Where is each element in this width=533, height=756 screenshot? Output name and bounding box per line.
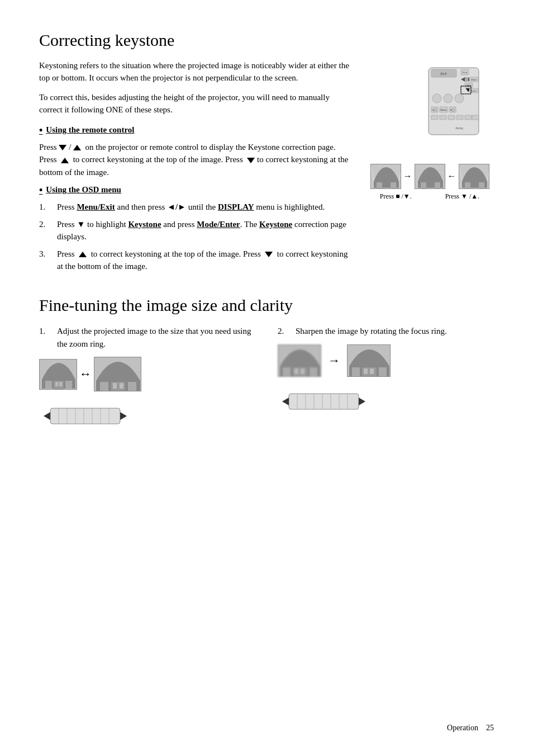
fine-tuning-title: Fine-tuning the image size and clarity: [39, 293, 494, 318]
fine-tuning-columns: 1. Adjust the projected image to the siz…: [39, 325, 494, 436]
svg-rect-84: [364, 368, 368, 374]
svg-rect-74: [283, 367, 291, 376]
svg-text:Sourc: Sourc: [471, 89, 477, 92]
remote-control-diagram: DLP Exit Mode Enter: [378, 65, 482, 157]
keystone-img-1: [370, 164, 401, 189]
svg-point-17: [455, 94, 464, 103]
svg-rect-29: [472, 115, 479, 120]
footer-page-number: 25: [486, 724, 494, 732]
step-text-2: Press ▼ to highlight Keystone and press …: [57, 218, 354, 243]
keystone-press-images: → ←: [370, 164, 489, 201]
arrow-right-between: →: [403, 169, 412, 182]
fine-tuning-item-1: 1. Adjust the projected image to the siz…: [39, 325, 255, 436]
bullet-dot-1: •: [39, 123, 42, 138]
svg-rect-40: [421, 182, 426, 189]
svg-rect-27: [456, 115, 463, 120]
svg-rect-41: [435, 182, 440, 189]
press-label-1: Press ■ /▼.: [380, 192, 412, 201]
svg-rect-26: [448, 115, 455, 120]
zoom-ring-svg: [39, 400, 131, 432]
arrow-lr-zoom: ↔: [79, 365, 92, 383]
svg-rect-82: [379, 367, 387, 376]
correcting-keystone-title: Correcting keystone: [39, 28, 494, 53]
keystone-img-3: [459, 164, 489, 189]
svg-rect-85: [370, 368, 374, 374]
triangle-up-icon-1: [73, 145, 81, 150]
svg-rect-45: [479, 182, 484, 189]
blurry-img: [278, 344, 321, 377]
svg-rect-77: [294, 368, 298, 374]
svg-rect-75: [310, 367, 317, 376]
svg-rect-78: [301, 368, 304, 374]
svg-rect-81: [352, 367, 360, 376]
svg-point-15: [432, 94, 441, 103]
svg-rect-35: [391, 182, 396, 189]
bullet-osd-heading: • Using the OSD menu: [39, 183, 354, 197]
item-text-2: Sharpen the image by rotating the focus …: [296, 325, 494, 338]
bullet-dot-2: •: [39, 183, 42, 197]
svg-marker-71: [120, 412, 127, 420]
svg-text:Exit: Exit: [462, 71, 467, 74]
svg-rect-61: [120, 383, 123, 389]
svg-rect-54: [59, 382, 62, 386]
step-text-3: Press to correct keystoning at the top o…: [57, 248, 354, 273]
svg-rect-86: [289, 394, 359, 409]
zoom-img-large: [94, 357, 141, 391]
press-item-1: → ←: [370, 164, 489, 201]
triangle-down-icon-1: [59, 145, 66, 150]
intro-paragraph-2: To correct this, besides adjusting the h…: [39, 91, 354, 116]
svg-rect-60: [113, 383, 117, 389]
svg-marker-94: [282, 398, 289, 405]
svg-rect-57: [100, 382, 108, 391]
svg-text:DLP: DLP: [440, 72, 447, 75]
sharp-img: [347, 344, 391, 377]
step-num-3: 3.: [39, 248, 51, 273]
step-text-1: Press Menu/Exit and then press ◄/► until…: [57, 201, 354, 214]
fine-tuning-section: Fine-tuning the image size and clarity 1…: [39, 293, 494, 436]
bullet-remote-control-heading: • Using the remote control: [39, 123, 354, 138]
remote-svg: DLP Exit Mode Enter: [378, 65, 482, 157]
svg-rect-58: [128, 382, 136, 391]
osd-step-1: 1. Press Menu/Exit and then press ◄/► un…: [39, 201, 354, 214]
footer-operation-label: Operation: [447, 724, 478, 732]
zoom-images: ↔: [39, 357, 255, 391]
svg-point-16: [444, 94, 453, 103]
item-text-1: Adjust the projected image to the size t…: [57, 325, 255, 350]
page: Correcting keystone Keystoning refers to…: [0, 0, 533, 756]
triangle-up-icon-3: [79, 252, 87, 257]
svg-rect-7: [465, 77, 468, 82]
focus-images: →: [278, 344, 494, 377]
right-column: DLP Exit Mode Enter: [365, 59, 494, 277]
svg-rect-34: [377, 182, 382, 189]
arrow-left-back: ←: [448, 169, 456, 182]
item-num-2: 2.: [278, 325, 290, 338]
focus-ring-diagram: [278, 385, 494, 422]
numbered-item-2: 2. Sharpen the image by rotating the foc…: [278, 325, 494, 338]
osd-step-2: 2. Press ▼ to highlight Keystone and pre…: [39, 218, 354, 243]
svg-rect-24: [431, 115, 438, 120]
svg-rect-44: [465, 182, 470, 189]
numbered-item-1: 1. Adjust the projected image to the siz…: [39, 325, 255, 350]
svg-rect-53: [55, 382, 58, 386]
svg-text:benq: benq: [455, 126, 463, 130]
zoom-img-small: [39, 359, 77, 390]
svg-rect-52: [54, 381, 64, 390]
triangle-up-icon-2: [61, 158, 69, 163]
keystone-img-2: [415, 164, 445, 189]
svg-rect-62: [50, 408, 120, 424]
arrow-right-focus: →: [328, 352, 340, 370]
remote-control-label: Using the remote control: [46, 124, 134, 136]
step-num-1: 1.: [39, 201, 51, 214]
svg-marker-95: [359, 398, 365, 405]
svg-text:Mode: Mode: [440, 108, 447, 111]
focus-ring-svg: [278, 385, 370, 418]
page-footer: Operation 25: [447, 722, 494, 734]
triangle-down-icon-3: [265, 252, 273, 257]
osd-steps: 1. Press Menu/Exit and then press ◄/► un…: [39, 201, 354, 273]
press-label-2: Press ▼ /▲.: [445, 192, 479, 201]
svg-rect-28: [465, 115, 472, 120]
zoom-ring-diagram: [39, 400, 131, 436]
triangle-down-icon-2: [247, 158, 255, 163]
svg-rect-51: [65, 381, 72, 389]
svg-text:Mode: Mode: [471, 78, 477, 81]
